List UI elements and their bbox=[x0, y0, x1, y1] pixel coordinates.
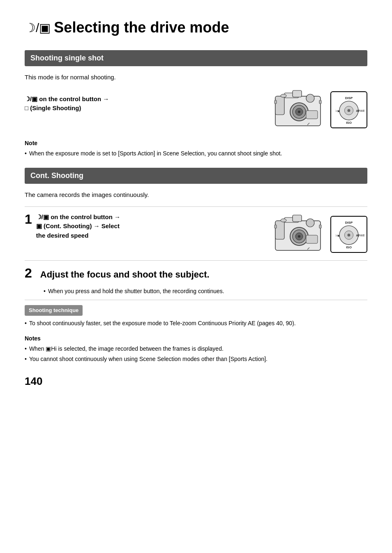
title-text: Selecting the drive mode bbox=[54, 16, 229, 39]
svg-point-30 bbox=[281, 219, 286, 222]
svg-rect-34 bbox=[274, 225, 277, 228]
section-single-shot: Shooting single shot This mode is for no… bbox=[25, 50, 367, 158]
technique-bullet: • To shoot continuously faster, set the … bbox=[25, 319, 367, 328]
cont-diagram: DISP ISO AF ▷WB ☽/▣ bbox=[271, 213, 367, 257]
step1-content: ☽/▣ on the control button → ▣ (Cont. Sho… bbox=[36, 213, 263, 241]
step1-line1: ☽/▣ on the control button → bbox=[36, 213, 263, 222]
svg-text:DISP: DISP bbox=[345, 96, 353, 100]
step1-line3: the desired speed bbox=[36, 231, 263, 241]
single-description: This mode is for normal shooting. bbox=[25, 73, 367, 82]
notes-title-cont: Notes bbox=[25, 334, 367, 343]
page-title: ☽/▣ Selecting the drive mode bbox=[25, 16, 367, 39]
camera-body-single bbox=[271, 88, 325, 132]
single-instruction-line2: □ (Single Shooting) bbox=[25, 104, 109, 113]
control-dial-cont: DISP ISO AF ▷WB ☽/▣ bbox=[330, 216, 367, 253]
svg-text:▷WB: ▷WB bbox=[358, 109, 364, 112]
svg-rect-13 bbox=[319, 100, 321, 104]
cont-description: The camera records the images continuous… bbox=[25, 190, 367, 200]
step2-title: Adjust the focus and shoot the subject. bbox=[40, 268, 210, 281]
svg-rect-23 bbox=[275, 221, 284, 239]
svg-rect-32 bbox=[306, 235, 318, 243]
svg-point-43 bbox=[347, 234, 350, 236]
svg-point-8 bbox=[281, 94, 286, 97]
svg-point-7 bbox=[298, 111, 300, 113]
page-container: ☽/▣ Selecting the drive mode Shooting si… bbox=[25, 16, 367, 389]
svg-rect-3 bbox=[293, 90, 302, 97]
step1-line2: ▣ (Cont. Shooting) → Select bbox=[36, 222, 263, 231]
svg-text:DISP: DISP bbox=[345, 221, 353, 224]
svg-rect-10 bbox=[306, 111, 318, 119]
single-instruction-line1: ☽/▣ on the control button → bbox=[25, 95, 109, 104]
step1-row: 1 ☽/▣ on the control button → ▣ (Cont. S… bbox=[25, 206, 367, 257]
svg-point-21 bbox=[347, 109, 350, 112]
note-bullet-single: • When the exposure mode is set to [Spor… bbox=[25, 149, 367, 158]
title-icons: ☽/▣ bbox=[25, 19, 51, 37]
single-note: Note • When the exposure mode is set to … bbox=[25, 139, 367, 158]
svg-point-29 bbox=[298, 235, 300, 238]
notes-bullet1: • When ▣Hi is selected, the image record… bbox=[25, 345, 367, 353]
step2-number: 2 bbox=[25, 266, 32, 280]
section-cont-shooting: Cont. Shooting The camera records the im… bbox=[25, 168, 367, 363]
svg-rect-1 bbox=[275, 96, 284, 115]
section-header-cont: Cont. Shooting bbox=[25, 168, 367, 184]
svg-rect-12 bbox=[274, 100, 277, 104]
note-title-single: Note bbox=[25, 139, 367, 148]
svg-text:☽/▣: ☽/▣ bbox=[334, 109, 340, 112]
cont-notes: Notes • When ▣Hi is selected, the image … bbox=[25, 334, 367, 363]
camera-body-cont bbox=[271, 213, 325, 257]
section-header-single: Shooting single shot bbox=[25, 50, 367, 66]
svg-text:▷WB: ▷WB bbox=[358, 234, 364, 237]
notes-bullet2: • You cannot shoot continuously when usi… bbox=[25, 355, 367, 363]
technique-label: Shooting technique bbox=[25, 305, 83, 316]
svg-rect-35 bbox=[319, 225, 321, 228]
svg-point-31 bbox=[306, 219, 314, 227]
step1-number: 1 bbox=[25, 213, 32, 226]
svg-rect-25 bbox=[293, 215, 302, 222]
control-dial-single: DISP ISO AF ▷WB ☽/▣ bbox=[330, 91, 367, 128]
single-instruction: ☽/▣ on the control button → □ (Single Sh… bbox=[25, 95, 109, 113]
technique-section: Shooting technique • To shoot continuous… bbox=[25, 300, 367, 363]
svg-text:ISO: ISO bbox=[346, 121, 352, 125]
svg-text:☽/▣: ☽/▣ bbox=[334, 234, 340, 237]
single-diagram: DISP ISO AF ▷WB ☽/▣ bbox=[271, 88, 367, 132]
page-number: 140 bbox=[25, 373, 367, 389]
step2-row: 2 Adjust the focus and shoot the subject… bbox=[25, 260, 367, 296]
svg-point-9 bbox=[306, 94, 314, 102]
step2-bullet: • When you press and hold the shutter bu… bbox=[44, 287, 367, 296]
svg-text:ISO: ISO bbox=[346, 245, 352, 249]
